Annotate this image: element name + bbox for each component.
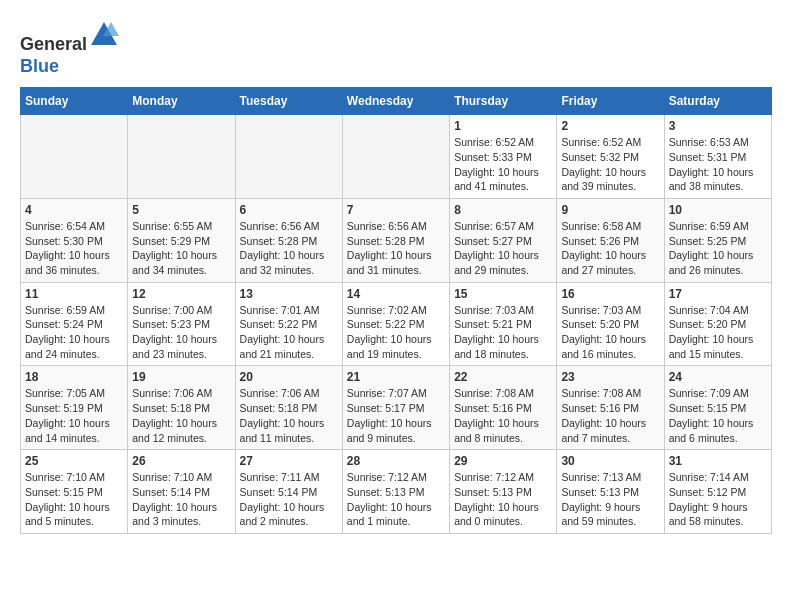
day-info: Sunrise: 7:07 AM Sunset: 5:17 PM Dayligh… [347,386,445,445]
day-number: 25 [25,454,123,468]
calendar-cell: 5 Sunrise: 6:55 AM Sunset: 5:29 PM Dayli… [128,198,235,282]
calendar-week: 1 Sunrise: 6:52 AM Sunset: 5:33 PM Dayli… [21,115,772,199]
day-info: Sunrise: 7:00 AM Sunset: 5:23 PM Dayligh… [132,303,230,362]
day-number: 21 [347,370,445,384]
calendar-cell: 10 Sunrise: 6:59 AM Sunset: 5:25 PM Dayl… [664,198,771,282]
calendar-cell: 8 Sunrise: 6:57 AM Sunset: 5:27 PM Dayli… [450,198,557,282]
day-info: Sunrise: 7:12 AM Sunset: 5:13 PM Dayligh… [454,470,552,529]
day-number: 12 [132,287,230,301]
day-info: Sunrise: 7:11 AM Sunset: 5:14 PM Dayligh… [240,470,338,529]
day-info: Sunrise: 6:56 AM Sunset: 5:28 PM Dayligh… [240,219,338,278]
day-number: 11 [25,287,123,301]
day-info: Sunrise: 7:13 AM Sunset: 5:13 PM Dayligh… [561,470,659,529]
day-number: 26 [132,454,230,468]
day-number: 15 [454,287,552,301]
day-info: Sunrise: 7:10 AM Sunset: 5:14 PM Dayligh… [132,470,230,529]
calendar-cell: 23 Sunrise: 7:08 AM Sunset: 5:16 PM Dayl… [557,366,664,450]
day-number: 30 [561,454,659,468]
weekday-header: Thursday [450,88,557,115]
calendar-cell [235,115,342,199]
calendar-week: 25 Sunrise: 7:10 AM Sunset: 5:15 PM Dayl… [21,450,772,534]
calendar-cell: 18 Sunrise: 7:05 AM Sunset: 5:19 PM Dayl… [21,366,128,450]
calendar-cell: 9 Sunrise: 6:58 AM Sunset: 5:26 PM Dayli… [557,198,664,282]
day-number: 18 [25,370,123,384]
day-number: 23 [561,370,659,384]
calendar-cell: 12 Sunrise: 7:00 AM Sunset: 5:23 PM Dayl… [128,282,235,366]
day-number: 8 [454,203,552,217]
day-number: 20 [240,370,338,384]
header-row: SundayMondayTuesdayWednesdayThursdayFrid… [21,88,772,115]
calendar-cell: 30 Sunrise: 7:13 AM Sunset: 5:13 PM Dayl… [557,450,664,534]
calendar-cell [128,115,235,199]
day-number: 22 [454,370,552,384]
day-number: 7 [347,203,445,217]
calendar-table: SundayMondayTuesdayWednesdayThursdayFrid… [20,87,772,534]
calendar-cell: 6 Sunrise: 6:56 AM Sunset: 5:28 PM Dayli… [235,198,342,282]
weekday-header: Wednesday [342,88,449,115]
calendar-cell: 15 Sunrise: 7:03 AM Sunset: 5:21 PM Dayl… [450,282,557,366]
day-number: 5 [132,203,230,217]
calendar-cell: 11 Sunrise: 6:59 AM Sunset: 5:24 PM Dayl… [21,282,128,366]
day-info: Sunrise: 7:12 AM Sunset: 5:13 PM Dayligh… [347,470,445,529]
day-info: Sunrise: 6:59 AM Sunset: 5:25 PM Dayligh… [669,219,767,278]
day-info: Sunrise: 7:03 AM Sunset: 5:20 PM Dayligh… [561,303,659,362]
calendar-cell: 21 Sunrise: 7:07 AM Sunset: 5:17 PM Dayl… [342,366,449,450]
weekday-header: Monday [128,88,235,115]
day-info: Sunrise: 7:04 AM Sunset: 5:20 PM Dayligh… [669,303,767,362]
day-info: Sunrise: 7:10 AM Sunset: 5:15 PM Dayligh… [25,470,123,529]
calendar-cell [342,115,449,199]
calendar-cell: 29 Sunrise: 7:12 AM Sunset: 5:13 PM Dayl… [450,450,557,534]
day-info: Sunrise: 6:59 AM Sunset: 5:24 PM Dayligh… [25,303,123,362]
day-info: Sunrise: 6:52 AM Sunset: 5:33 PM Dayligh… [454,135,552,194]
day-number: 16 [561,287,659,301]
day-number: 29 [454,454,552,468]
day-number: 13 [240,287,338,301]
day-number: 19 [132,370,230,384]
calendar-cell: 3 Sunrise: 6:53 AM Sunset: 5:31 PM Dayli… [664,115,771,199]
day-number: 17 [669,287,767,301]
weekday-header: Tuesday [235,88,342,115]
calendar-cell: 14 Sunrise: 7:02 AM Sunset: 5:22 PM Dayl… [342,282,449,366]
calendar-week: 4 Sunrise: 6:54 AM Sunset: 5:30 PM Dayli… [21,198,772,282]
day-info: Sunrise: 7:09 AM Sunset: 5:15 PM Dayligh… [669,386,767,445]
day-info: Sunrise: 6:53 AM Sunset: 5:31 PM Dayligh… [669,135,767,194]
day-info: Sunrise: 7:08 AM Sunset: 5:16 PM Dayligh… [454,386,552,445]
weekday-header: Saturday [664,88,771,115]
calendar-cell: 2 Sunrise: 6:52 AM Sunset: 5:32 PM Dayli… [557,115,664,199]
calendar-cell: 24 Sunrise: 7:09 AM Sunset: 5:15 PM Dayl… [664,366,771,450]
calendar-cell: 26 Sunrise: 7:10 AM Sunset: 5:14 PM Dayl… [128,450,235,534]
calendar-cell: 31 Sunrise: 7:14 AM Sunset: 5:12 PM Dayl… [664,450,771,534]
calendar-cell: 17 Sunrise: 7:04 AM Sunset: 5:20 PM Dayl… [664,282,771,366]
calendar-cell: 19 Sunrise: 7:06 AM Sunset: 5:18 PM Dayl… [128,366,235,450]
day-number: 28 [347,454,445,468]
calendar-week: 18 Sunrise: 7:05 AM Sunset: 5:19 PM Dayl… [21,366,772,450]
page-header: General Blue [20,20,772,77]
day-number: 14 [347,287,445,301]
calendar-cell: 7 Sunrise: 6:56 AM Sunset: 5:28 PM Dayli… [342,198,449,282]
weekday-header: Friday [557,88,664,115]
weekday-header: Sunday [21,88,128,115]
day-info: Sunrise: 7:01 AM Sunset: 5:22 PM Dayligh… [240,303,338,362]
day-number: 10 [669,203,767,217]
logo: General Blue [20,20,119,77]
day-number: 27 [240,454,338,468]
calendar-cell: 22 Sunrise: 7:08 AM Sunset: 5:16 PM Dayl… [450,366,557,450]
day-number: 2 [561,119,659,133]
day-number: 4 [25,203,123,217]
calendar-cell: 16 Sunrise: 7:03 AM Sunset: 5:20 PM Dayl… [557,282,664,366]
day-number: 24 [669,370,767,384]
day-info: Sunrise: 7:05 AM Sunset: 5:19 PM Dayligh… [25,386,123,445]
day-info: Sunrise: 6:52 AM Sunset: 5:32 PM Dayligh… [561,135,659,194]
logo-general: General [20,34,87,54]
calendar-cell: 25 Sunrise: 7:10 AM Sunset: 5:15 PM Dayl… [21,450,128,534]
calendar-cell: 1 Sunrise: 6:52 AM Sunset: 5:33 PM Dayli… [450,115,557,199]
calendar-cell: 28 Sunrise: 7:12 AM Sunset: 5:13 PM Dayl… [342,450,449,534]
day-info: Sunrise: 7:08 AM Sunset: 5:16 PM Dayligh… [561,386,659,445]
day-info: Sunrise: 7:14 AM Sunset: 5:12 PM Dayligh… [669,470,767,529]
calendar-cell [21,115,128,199]
day-info: Sunrise: 6:56 AM Sunset: 5:28 PM Dayligh… [347,219,445,278]
logo-icon [89,20,119,50]
day-info: Sunrise: 6:55 AM Sunset: 5:29 PM Dayligh… [132,219,230,278]
day-info: Sunrise: 6:54 AM Sunset: 5:30 PM Dayligh… [25,219,123,278]
day-info: Sunrise: 6:58 AM Sunset: 5:26 PM Dayligh… [561,219,659,278]
